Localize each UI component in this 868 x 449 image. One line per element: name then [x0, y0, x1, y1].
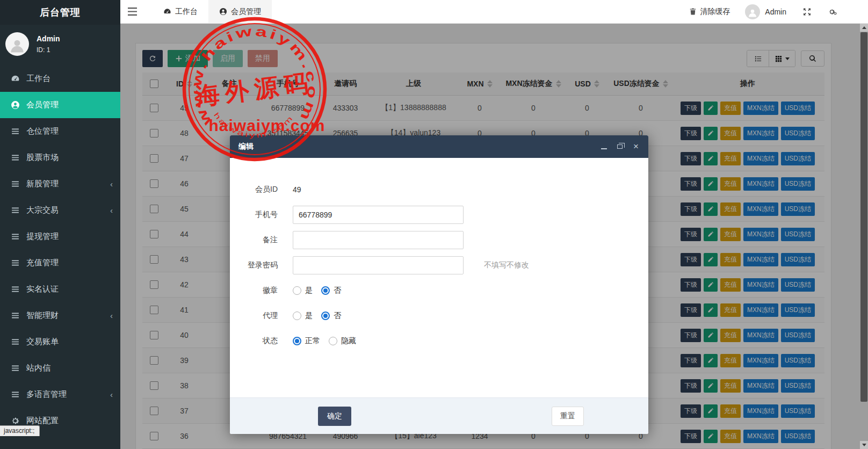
- status-radio-隐藏[interactable]: [329, 337, 337, 345]
- status-radio-label: 正常: [305, 336, 320, 346]
- sidebar-item-messages[interactable]: 站内信: [0, 355, 120, 381]
- list-icon: [11, 364, 20, 373]
- list-icon: [11, 311, 20, 320]
- password-hint: 不填写不修改: [484, 260, 529, 270]
- sidebar-item-new-stock[interactable]: 新股管理‹: [0, 171, 120, 197]
- phone-field[interactable]: [293, 206, 464, 224]
- agent-label: 代理: [230, 311, 293, 321]
- sidebar: 后台管理 Admin ID: 1 工作台会员管理仓位管理股票市场新股管理‹大宗交…: [0, 0, 120, 449]
- list-icon: [11, 390, 20, 399]
- sidebar-menu: 工作台会员管理仓位管理股票市场新股管理‹大宗交易‹提现管理充值管理实名认证智能理…: [0, 66, 120, 434]
- remark-field[interactable]: [293, 231, 464, 249]
- sidebar-item-block-trade[interactable]: 大宗交易‹: [0, 197, 120, 223]
- list-icon: [11, 285, 20, 294]
- sidebar-item-real-name[interactable]: 实名认证: [0, 276, 120, 302]
- user-icon: [11, 100, 20, 110]
- person-icon: [9, 38, 25, 54]
- agent-radio-否[interactable]: [321, 312, 330, 320]
- list-icon: [11, 337, 20, 346]
- password-label: 登录密码: [230, 260, 293, 270]
- list-icon: [11, 127, 20, 136]
- badge-radio-group: 是否: [293, 286, 350, 295]
- chevron-left-icon: ‹: [110, 206, 113, 215]
- scrollbar-thumb[interactable]: [860, 32, 867, 402]
- sidebar-user-id: ID: 1: [37, 46, 60, 54]
- dialog-footer: 确定 重置: [230, 397, 648, 434]
- agent-radio-label: 是: [305, 311, 313, 321]
- avatar: [745, 4, 760, 19]
- settings-gears-icon[interactable]: [827, 6, 838, 17]
- app-screen: 后台管理 Admin ID: 1 工作台会员管理仓位管理股票市场新股管理‹大宗交…: [0, 0, 868, 449]
- dashboard-icon: [163, 8, 171, 16]
- reset-button[interactable]: 重置: [552, 407, 584, 426]
- user-icon: [219, 8, 227, 16]
- sidebar-item-members[interactable]: 会员管理: [0, 92, 120, 118]
- phone-label: 手机号: [230, 210, 293, 220]
- sidebar-item-smart-finance[interactable]: 智能理财‹: [0, 302, 120, 329]
- minimize-icon[interactable]: [600, 143, 607, 150]
- close-icon[interactable]: ×: [632, 143, 640, 150]
- member-id-label: 会员ID: [230, 185, 293, 194]
- chevron-left-icon: ‹: [110, 311, 113, 320]
- trash-icon: [689, 8, 697, 16]
- badge-radio-否[interactable]: [321, 286, 330, 295]
- admin-user-menu[interactable]: Admin: [745, 4, 786, 19]
- remark-label: 备注: [230, 235, 293, 245]
- sidebar-item-trade-bills[interactable]: 交易账单: [0, 329, 120, 355]
- chevron-left-icon: ‹: [110, 390, 113, 399]
- scroll-up-arrow[interactable]: [860, 24, 868, 32]
- nav-tabs: 工作台会员管理: [153, 0, 272, 23]
- sidebar-user-panel: Admin ID: 1: [0, 25, 120, 64]
- status-label: 状态: [230, 336, 293, 346]
- dashboard-icon: [11, 74, 20, 83]
- dialog-title: 编辑: [238, 142, 254, 151]
- list-icon: [11, 232, 20, 241]
- sidebar-item-recharge[interactable]: 充值管理: [0, 250, 120, 276]
- admin-username: Admin: [765, 8, 786, 16]
- status-bar-link-tooltip: javascript:;: [0, 425, 40, 436]
- badge-radio-label: 是: [305, 286, 313, 295]
- sidebar-item-languages[interactable]: 多语言管理‹: [0, 381, 120, 408]
- chevron-left-icon: ‹: [110, 179, 113, 189]
- scroll-down-arrow[interactable]: [860, 441, 868, 449]
- app-title: 后台管理: [0, 0, 120, 25]
- maximize-icon[interactable]: [616, 143, 624, 150]
- agent-radio-label: 否: [334, 311, 341, 321]
- status-radio-正常[interactable]: [293, 337, 301, 345]
- sidebar-item-workbench[interactable]: 工作台: [0, 66, 120, 92]
- topbar: 工作台会员管理 清除缓存 Admin: [120, 0, 868, 24]
- edit-member-dialog: 编辑 × 会员ID 49 手机号 备注 登录密码 不: [230, 135, 648, 434]
- hamburger-menu-icon[interactable]: [120, 0, 144, 23]
- password-field[interactable]: [293, 256, 464, 274]
- dialog-header: 编辑 ×: [230, 135, 648, 158]
- list-icon: [11, 153, 20, 162]
- gear-icon: [11, 416, 20, 425]
- fullscreen-icon[interactable]: [801, 6, 812, 17]
- sidebar-username: Admin: [37, 34, 60, 43]
- confirm-button[interactable]: 确定: [318, 407, 351, 426]
- list-icon: [11, 258, 20, 267]
- badge-radio-是[interactable]: [293, 286, 301, 295]
- list-icon: [11, 206, 20, 215]
- badge-radio-label: 否: [334, 286, 341, 295]
- sidebar-item-positions[interactable]: 仓位管理: [0, 118, 120, 144]
- clear-cache-button[interactable]: 清除缓存: [689, 7, 730, 17]
- member-id-value: 49: [293, 185, 301, 194]
- agent-radio-是[interactable]: [293, 312, 301, 320]
- status-radio-group: 正常隐藏: [293, 336, 365, 346]
- dialog-body: 会员ID 49 手机号 备注 登录密码 不填写不修改 徽章 是否 代理: [230, 158, 648, 397]
- avatar: [5, 32, 29, 56]
- sidebar-item-stock-market[interactable]: 股票市场: [0, 144, 120, 171]
- scrollbar[interactable]: [860, 24, 868, 449]
- agent-radio-group: 是否: [293, 311, 350, 321]
- person-icon: [748, 8, 757, 18]
- sidebar-item-withdrawals[interactable]: 提现管理: [0, 223, 120, 250]
- list-icon: [11, 179, 20, 189]
- status-radio-label: 隐藏: [341, 336, 356, 346]
- tab-workbench[interactable]: 工作台: [153, 0, 208, 23]
- tab-members[interactable]: 会员管理: [208, 0, 272, 23]
- badge-label: 徽章: [230, 286, 293, 295]
